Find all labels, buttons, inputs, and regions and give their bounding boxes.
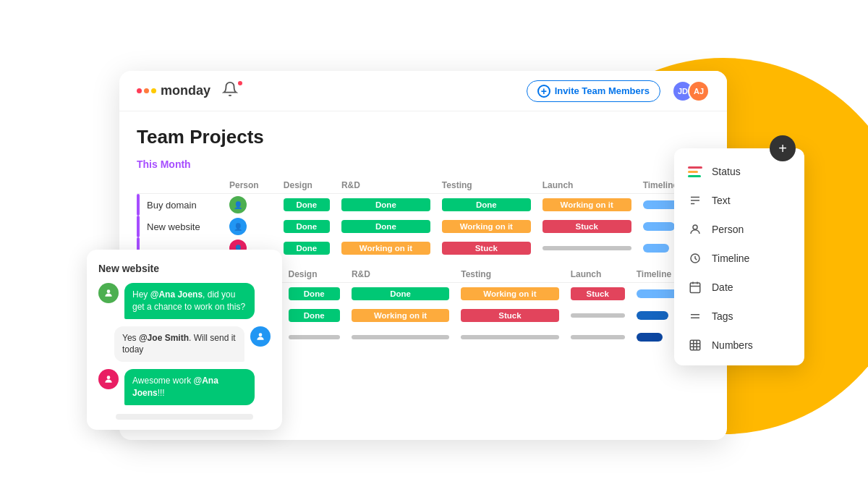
- board-title: Team Projects: [137, 126, 710, 148]
- timeline-bar: [637, 311, 668, 320]
- row-design: Done: [283, 305, 346, 326]
- invite-label: Invite Team Members: [555, 85, 650, 96]
- context-menu-item-status[interactable]: Status: [674, 157, 804, 186]
- col-header-person: Person: [224, 177, 278, 194]
- context-menu-item-numbers[interactable]: Numbers: [674, 331, 804, 360]
- chat-message-1: Hey @Ana Joens, did you get a chance to …: [98, 283, 271, 319]
- person-avatar: 👤: [229, 196, 247, 213]
- row-design: [283, 326, 346, 348]
- row-rd: Done: [336, 216, 436, 237]
- row-design: Done: [278, 194, 336, 216]
- row-task-name: New website: [137, 216, 224, 237]
- row-testing: [455, 326, 564, 348]
- logo-dot-orange: [144, 88, 149, 93]
- numbers-icon: [687, 337, 703, 353]
- chat-card: New website Hey @Ana Joens, did you get …: [87, 250, 282, 430]
- row-design: Done: [283, 283, 346, 305]
- col-header-design: Design: [278, 177, 336, 194]
- context-menu-item-timeline[interactable]: Timeline: [674, 244, 804, 273]
- chat-avatar-1: [98, 283, 119, 303]
- row-rd: [346, 326, 455, 348]
- row-testing: Working on it: [455, 283, 564, 305]
- tags-icon: [687, 308, 703, 324]
- col-header-task: [137, 177, 224, 194]
- person-avatar: 👤: [229, 218, 247, 235]
- context-menu-item-text[interactable]: Text: [674, 186, 804, 215]
- svg-point-0: [107, 289, 111, 293]
- person-label: Person: [712, 224, 744, 235]
- mention-2: @Joe Smith: [139, 333, 189, 343]
- chat-avatar-2: [250, 326, 271, 347]
- chat-bubble-3: Awesome work @Ana Joens!!!: [124, 369, 255, 405]
- row-rd: Working on it: [346, 305, 455, 326]
- monday-logo: monday: [137, 83, 210, 98]
- timeline-label: Timeline: [712, 253, 749, 264]
- col2-header-testing: Testing: [455, 266, 564, 283]
- timeline-bar: [643, 244, 669, 253]
- timeline-bar: [637, 333, 663, 342]
- col-header-rd: R&D: [336, 177, 436, 194]
- timeline-bar: [643, 222, 675, 231]
- col-header-testing: Testing: [436, 177, 537, 194]
- text-label: Text: [712, 195, 731, 206]
- context-menu-add-button[interactable]: +: [770, 135, 796, 161]
- table-row: New website 👤 Done Done Working on it St…: [137, 216, 710, 237]
- bell-icon-wrap[interactable]: [222, 81, 242, 101]
- row-task-name: Buy domain: [137, 194, 224, 216]
- bell-icon: [222, 81, 238, 97]
- chat-message-3: Awesome work @Ana Joens!!!: [98, 369, 271, 405]
- svg-point-2: [107, 376, 111, 380]
- row-rd: Done: [336, 194, 436, 216]
- board-header: monday + Invite Team Members JD AJ: [119, 71, 727, 111]
- table-row: Buy domain 👤 Done Done Done Working on i…: [137, 194, 710, 216]
- status-icon: [687, 164, 703, 179]
- chat-bubble-2: Yes @Joe Smith. Will send it today: [114, 326, 244, 363]
- section1-text: This Month: [137, 158, 191, 170]
- timeline-bar: [637, 289, 680, 298]
- chat-messages: Hey @Ana Joens, did you get a chance to …: [98, 283, 271, 405]
- avatar-user2[interactable]: AJ: [688, 80, 710, 102]
- row-launch: Stuck: [565, 283, 631, 305]
- section1-label: This Month: [137, 158, 710, 170]
- chat-message-2: Yes @Joe Smith. Will send it today: [98, 326, 271, 363]
- row-launch: Working on it: [537, 194, 637, 216]
- chat-avatar-3: [98, 369, 119, 389]
- row-rd: Done: [346, 283, 455, 305]
- row-launch: [565, 326, 631, 348]
- row-testing: Stuck: [455, 305, 564, 326]
- invite-team-button[interactable]: + Invite Team Members: [527, 80, 660, 102]
- text-icon: [687, 192, 703, 208]
- row-testing: Done: [436, 194, 537, 216]
- row-person: 👤: [224, 216, 278, 237]
- timeline-icon: [687, 250, 703, 266]
- row-design: Done: [278, 216, 336, 237]
- col2-header-design: Design: [283, 266, 346, 283]
- col2-header-rd: R&D: [346, 266, 455, 283]
- status-label: Status: [712, 166, 741, 177]
- svg-point-3: [693, 225, 697, 229]
- row-testing: Working on it: [436, 216, 537, 237]
- mention-3: @Ana Joens: [132, 376, 218, 398]
- row-testing: Stuck: [436, 237, 537, 259]
- avatar-group: JD AJ: [672, 80, 710, 102]
- row-rd: Working on it: [336, 237, 436, 259]
- col2-header-launch: Launch: [565, 266, 631, 283]
- context-menu: + Status Text Person Timeline: [674, 148, 804, 365]
- person-icon: [687, 221, 703, 237]
- logo-dot-yellow: [151, 88, 156, 93]
- svg-rect-5: [690, 283, 700, 293]
- context-menu-item-tags[interactable]: Tags: [674, 302, 804, 331]
- context-menu-item-person[interactable]: Person: [674, 215, 804, 244]
- row-launch: [537, 237, 637, 259]
- date-label: Date: [712, 281, 733, 293]
- context-menu-item-date[interactable]: Date: [674, 273, 804, 302]
- row-design: Done: [278, 237, 336, 259]
- logo-text: monday: [161, 83, 210, 98]
- row-launch: [565, 305, 631, 326]
- row-person: 👤: [224, 194, 278, 216]
- chat-input-placeholder[interactable]: [116, 414, 253, 420]
- numbers-label: Numbers: [712, 339, 753, 351]
- chat-title: New website: [98, 263, 271, 274]
- logo-dot-red: [137, 88, 142, 93]
- notification-badge: [237, 80, 244, 87]
